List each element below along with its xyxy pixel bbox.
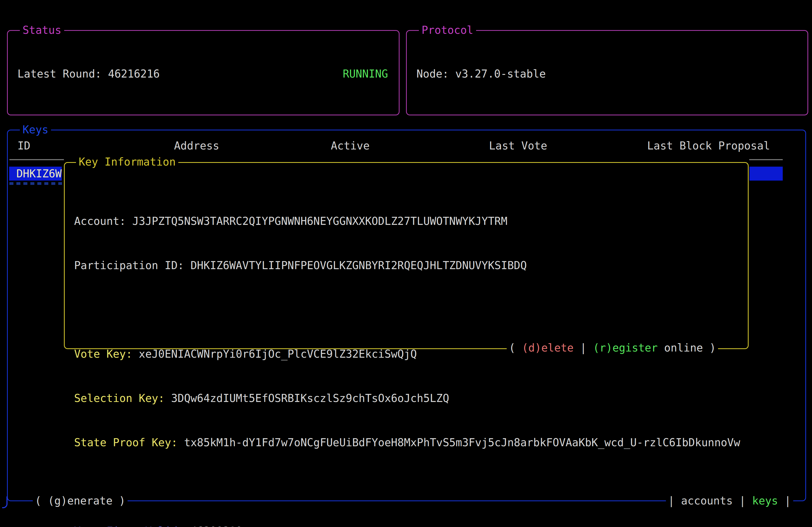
state-proof-key-line: State Proof Key: tx85kM1h-dY1Fd7w7oNCgFU… — [74, 435, 747, 450]
protocol-row-blank1 — [417, 111, 797, 125]
account-label: Account: — [74, 215, 132, 227]
selection-key-line: Selection Key: 3DQw64zdIUMt5EfOSRBIKsczl… — [74, 391, 747, 406]
actions-open-paren: ( — [509, 342, 522, 354]
key-information-modal: Key Information Account: J3JPZTQ5NSW3TAR… — [64, 154, 749, 356]
vote-first-valid-value: 46200210 — [190, 525, 242, 527]
column-header-address: Address — [174, 138, 219, 153]
vote-key-value: xeJ0ENIACWNrpYi0r6IjOc_PlcVCE9lZ32EkciSw… — [139, 348, 417, 360]
vote-first-valid-line: Vote First Valid: 46200210 — [74, 524, 747, 527]
participation-id-line: Participation ID: DHKIZ6WAVTYLIIPNFPEOVG… — [74, 258, 747, 273]
delete-action[interactable]: (d)elete — [522, 342, 574, 354]
status-row-latest-round: Latest Round: 46216216 RUNNING — [17, 66, 388, 81]
protocol-row-node: Node: v3.27.0-stable — [417, 66, 797, 81]
tab-keys[interactable]: keys — [752, 495, 778, 507]
key-information-actions: ( (d)elete | (r)egister online ) — [507, 341, 718, 355]
register-action[interactable]: (r)egister — [593, 342, 657, 354]
account-value: J3JPZTQ5NSW3TARRC2QIYPGNWNH6NEYGGNXXKODL… — [132, 215, 508, 227]
column-header-id: ID — [17, 138, 30, 153]
stray-border-corner-glyph — [2, 496, 8, 508]
keys-panel-title: Keys — [20, 122, 51, 137]
latest-round-label: Latest Round: — [17, 67, 108, 80]
keys-panel: Keys ID Address Active Last Vote Last Bl… — [7, 130, 806, 501]
status-panel-title: Status — [20, 23, 64, 37]
protocol-panel-title: Protocol — [419, 23, 476, 37]
participation-id-value: DHKIZ6WAVTYLIIPNFPEOVGLKZGNBYRI2RQEQJHLT… — [190, 259, 526, 272]
status-row-blank — [17, 111, 388, 125]
selected-row-id: DHKIZ6W — [9, 167, 62, 181]
key-information-title: Key Information — [76, 154, 178, 169]
column-header-last-block-proposal: Last Block Proposal — [647, 138, 770, 153]
status-panel: Status Latest Round: 46216216 RUNNING --… — [7, 30, 400, 115]
actions-separator: | — [574, 342, 593, 354]
blank-line-1 — [74, 302, 747, 317]
selection-key-label: Selection Key: — [74, 392, 171, 404]
node-state-badge: RUNNING — [343, 66, 388, 81]
clipped-row-remnant — [10, 182, 62, 185]
participation-id-label: Participation ID: — [74, 259, 190, 272]
state-proof-key-label: State Proof Key: — [74, 436, 184, 449]
table-row-selected-right-segment[interactable] — [750, 167, 783, 181]
column-header-active: Active — [331, 138, 370, 153]
blank-line-2 — [74, 480, 747, 494]
state-proof-key-value: tx85kM1h-dY1Fd7w7oNCgFUeUiBdFYoeH8MxPhTv… — [184, 436, 740, 449]
node-version-text: Node: v3.27.0-stable — [417, 66, 546, 81]
column-header-last-vote: Last Vote — [489, 138, 547, 153]
table-row-selected[interactable]: DHKIZ6W — [9, 167, 62, 181]
account-line: Account: J3JPZTQ5NSW3TARRC2QIYPGNWNH6NEY… — [74, 214, 747, 229]
vote-first-valid-label: Vote First Valid: — [74, 525, 190, 527]
vote-key-label: Vote Key: — [74, 348, 139, 360]
protocol-panel: Protocol Node: v3.27.0-stable Network: m… — [406, 30, 808, 115]
terminal-screen: Status Latest Round: 46216216 RUNNING --… — [0, 0, 812, 527]
tabs-pipe-right: | — [778, 495, 791, 507]
actions-close-paren: online ) — [657, 342, 716, 354]
selection-key-value: 3DQw64zdIUMt5EfOSRBIKsczlSz9chTsOx6oJch5… — [171, 392, 449, 404]
latest-round-value: 46216216 — [108, 67, 160, 80]
